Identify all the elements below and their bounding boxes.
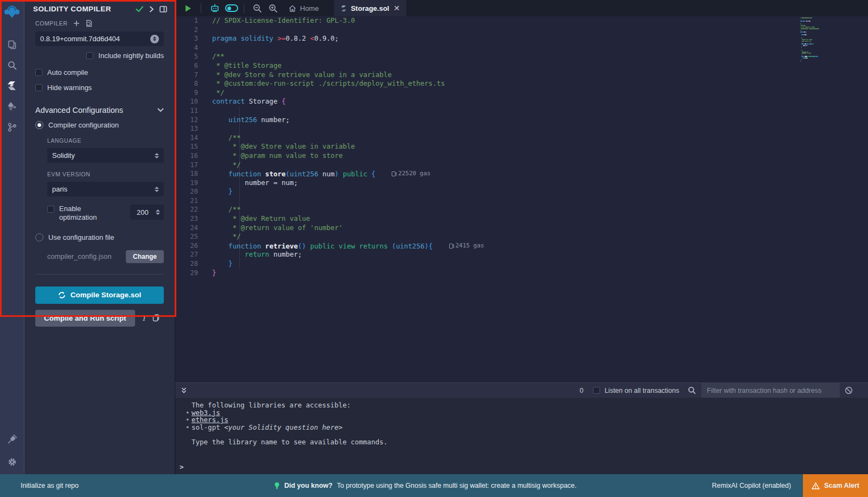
code-line-24[interactable]: * @return value of 'number': [212, 224, 868, 233]
optimization-runs-input[interactable]: 200: [130, 205, 164, 220]
compile-button[interactable]: Compile Storage.sol: [35, 286, 164, 304]
code-line-28[interactable]: }: [212, 259, 868, 269]
listen-all-transactions-checkbox[interactable]: [593, 387, 600, 394]
code-line-27[interactable]: return number;: [212, 250, 868, 259]
compiler-configuration-radio[interactable]: [35, 121, 43, 129]
line-number[interactable]: 5: [175, 52, 198, 61]
advanced-configurations-toggle[interactable]: Advanced Configurations: [35, 106, 164, 114]
line-number[interactable]: 10: [175, 97, 198, 106]
code-line-2[interactable]: [212, 26, 868, 35]
code-line-6[interactable]: * @title Storage: [212, 61, 868, 71]
init-git-repo-button[interactable]: Initialize as git repo: [21, 482, 79, 489]
code-line-12[interactable]: uint256 number;: [212, 116, 868, 125]
line-number[interactable]: 9: [175, 88, 198, 98]
pin-panel-icon[interactable]: [159, 6, 167, 12]
compile-and-run-button[interactable]: Compile and Run script: [35, 310, 135, 327]
code-line-7[interactable]: * @dev Store & retrieve value in a varia…: [212, 71, 868, 80]
line-number[interactable]: 26: [175, 241, 198, 251]
line-number[interactable]: 8: [175, 79, 198, 88]
line-number[interactable]: 2: [175, 26, 198, 35]
scam-alert-badge[interactable]: Scam Alert: [803, 474, 868, 497]
evm-version-select[interactable]: paris: [47, 182, 164, 196]
line-number[interactable]: 23: [175, 214, 198, 224]
compiler-version-select[interactable]: 0.8.19+commit.7dd6d404: [35, 31, 164, 46]
zoom-in-icon[interactable]: [265, 4, 281, 13]
sidebar-item-deploy-and-run[interactable]: [0, 96, 24, 117]
code-line-13[interactable]: [212, 124, 868, 133]
info-icon[interactable]: i: [143, 314, 145, 322]
code-editor[interactable]: 1234567891011121314151617181920212223242…: [175, 16, 868, 383]
sidebar-item-git[interactable]: [0, 117, 24, 137]
code-line-16[interactable]: * @param num value to store: [212, 151, 868, 161]
sidebar-item-plugin-manager[interactable]: [0, 429, 24, 449]
line-number[interactable]: 25: [175, 232, 198, 241]
code-line-8[interactable]: * @custom:dev-run-script ./scripts/deplo…: [212, 79, 868, 88]
code-line-22[interactable]: /**: [212, 205, 868, 214]
line-number[interactable]: 1: [175, 16, 198, 26]
line-number[interactable]: 12: [175, 116, 198, 125]
line-number[interactable]: 21: [175, 196, 198, 206]
line-number[interactable]: 16: [175, 151, 198, 161]
line-number[interactable]: 19: [175, 179, 198, 188]
code-line-4[interactable]: [212, 43, 868, 53]
line-number[interactable]: 3: [175, 34, 198, 43]
sidebar-item-file-explorer[interactable]: [0, 34, 24, 55]
editor-minimap[interactable]: [800, 17, 838, 62]
auto-compile-checkbox[interactable]: [35, 69, 42, 76]
code-line-20[interactable]: }: [212, 187, 868, 196]
run-script-play-icon[interactable]: [181, 4, 195, 12]
use-configuration-file-radio[interactable]: [35, 233, 43, 241]
code-line-15[interactable]: * @dev Store value in variable: [212, 142, 868, 151]
copy-icon[interactable]: [152, 314, 159, 322]
sidebar-item-settings[interactable]: [0, 451, 24, 472]
add-compiler-icon[interactable]: [73, 20, 80, 27]
include-nightly-checkbox[interactable]: [86, 52, 93, 59]
copilot-status[interactable]: RemixAI Copilot (enabled): [712, 482, 791, 489]
sidebar-item-solidity-compiler[interactable]: [0, 75, 24, 96]
expand-terminal-icon[interactable]: [181, 387, 187, 394]
code-line-3[interactable]: pragma solidity >=0.8.2 <0.9.0;: [212, 34, 868, 43]
code-line-1[interactable]: // SPDX-License-Identifier: GPL-3.0: [212, 16, 868, 26]
code-line-18[interactable]: function store(uint256 num) public {2252…: [212, 169, 868, 179]
transaction-filter-input[interactable]: [701, 383, 840, 398]
enable-optimization-checkbox[interactable]: [47, 206, 54, 213]
line-number[interactable]: 11: [175, 106, 198, 116]
sidebar-item-search[interactable]: [0, 55, 24, 75]
clear-console-icon[interactable]: [845, 386, 853, 394]
line-number[interactable]: 14: [175, 133, 198, 143]
language-select[interactable]: Solidity: [47, 148, 164, 163]
line-number[interactable]: 29: [175, 269, 198, 278]
line-number[interactable]: 24: [175, 224, 198, 233]
code-line-9[interactable]: */: [212, 88, 868, 98]
terminal-prompt[interactable]: >: [180, 463, 868, 471]
line-number[interactable]: 28: [175, 259, 198, 269]
tab-close-icon[interactable]: ✕: [393, 4, 400, 12]
code-line-23[interactable]: * @dev Return value: [212, 214, 868, 224]
code-line-11[interactable]: [212, 106, 868, 116]
line-number[interactable]: 6: [175, 61, 198, 71]
line-number[interactable]: 7: [175, 71, 198, 80]
line-number[interactable]: 4: [175, 43, 198, 53]
code-line-26[interactable]: function retrieve() public view returns …: [212, 241, 868, 251]
line-number[interactable]: 22: [175, 205, 198, 214]
zoom-out-icon[interactable]: [250, 4, 265, 13]
line-number[interactable]: 13: [175, 124, 198, 133]
code-line-5[interactable]: /**: [212, 52, 868, 61]
ai-copilot-robot-icon[interactable]: [207, 4, 223, 13]
reload-compiler-file-icon[interactable]: [85, 20, 92, 27]
line-number[interactable]: 20: [175, 187, 198, 196]
code-line-17[interactable]: */: [212, 161, 868, 170]
code-line-10[interactable]: contract Storage {: [212, 97, 868, 106]
code-line-21[interactable]: [212, 196, 868, 206]
terminal-body[interactable]: The following libraries are accessible:w…: [175, 398, 868, 474]
line-number[interactable]: 17: [175, 161, 198, 170]
chevron-right-icon[interactable]: [149, 6, 154, 12]
line-number[interactable]: 15: [175, 142, 198, 151]
change-config-button[interactable]: Change: [126, 250, 164, 263]
code-line-29[interactable]: }: [212, 269, 868, 278]
line-number[interactable]: 27: [175, 250, 198, 259]
tab-storage-sol[interactable]: Storage.sol ✕: [334, 0, 407, 16]
code-line-19[interactable]: number = num;: [212, 179, 868, 188]
copilot-toggle[interactable]: [225, 4, 238, 12]
tab-home[interactable]: Home: [281, 0, 327, 16]
